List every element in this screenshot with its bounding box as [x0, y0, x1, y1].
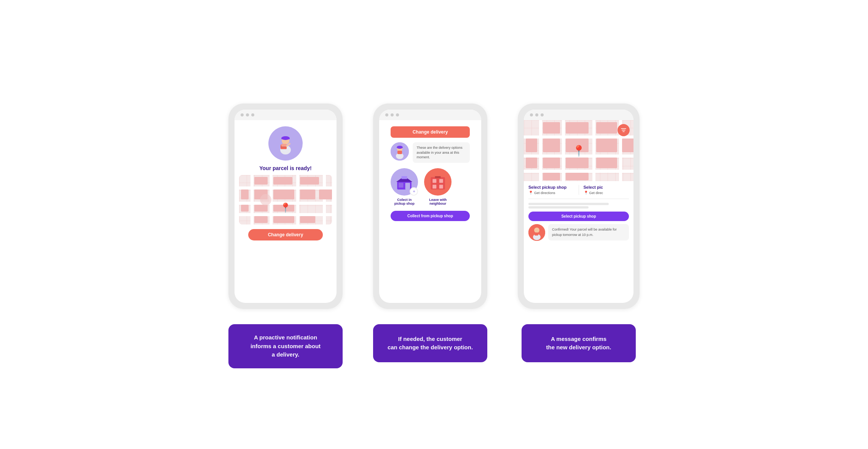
phone-section-3: 📍 Select pickup shop 📍	[518, 103, 640, 362]
phone-2-header	[379, 110, 481, 120]
shop-1-directions: 📍 Get directions	[528, 191, 574, 195]
shop-1-directions-text: Get directions	[534, 191, 555, 195]
shop-line-1	[528, 203, 609, 205]
svg-rect-15	[405, 183, 410, 190]
svg-rect-14	[399, 183, 404, 188]
shop-item-1: Select pickup shop 📍 Get directions	[528, 185, 574, 195]
collect-shop-badge: ✦	[410, 187, 418, 196]
select-pickup-shop-button[interactable]: Select pickup shop	[528, 212, 629, 221]
svg-rect-4	[281, 138, 290, 139]
collect-from-pickup-btn[interactable]: Collect from pickup shop	[391, 211, 469, 221]
phone-1-dot-2	[246, 113, 249, 116]
collect-shop-label: Colect inpickup shop	[394, 198, 415, 205]
phone-section-1: Your parcel is ready!	[228, 103, 343, 368]
phone-3-dot-3	[541, 113, 544, 116]
phone-1-dot-1	[241, 113, 244, 116]
caption-text-1: A proactive notificationinforms a custom…	[251, 333, 321, 359]
shop-line-2	[528, 206, 589, 209]
phone-1-dot-3	[251, 113, 254, 116]
caption-box-2: If needed, the customercan change the de…	[373, 324, 487, 362]
shop-divider-vertical	[579, 185, 579, 195]
phone-3-dot-1	[530, 113, 533, 116]
phone-3-header	[524, 110, 633, 120]
collect-shop-icon: ✦	[391, 168, 418, 196]
delivery-info-row: These are the delivery options available…	[391, 142, 469, 163]
svg-rect-20	[439, 179, 443, 183]
map-filter-icon	[617, 124, 630, 136]
svg-rect-12	[397, 151, 402, 154]
shop-divider-h	[528, 199, 629, 199]
confirm-row: Confirmed! Your parcel will be available…	[528, 224, 629, 241]
main-container: Your parcel is ready!	[198, 81, 670, 368]
phone-3-scroll-content: Select pickup shop 📍 Get directions Sele…	[524, 181, 633, 303]
phone-3-content: 📍 Select pickup shop 📍	[524, 120, 633, 303]
option-leave-neighbour: Leave withneighbour	[424, 168, 452, 205]
leave-neighbour-icon	[424, 168, 452, 196]
location-icon-2: 📍	[584, 191, 588, 195]
phone-1-header	[235, 110, 337, 120]
phone-2-inner: Change delivery These are the delive	[379, 110, 481, 303]
parcel-ready-text: Your parcel is ready!	[259, 165, 311, 171]
shop-2-name: Select pic	[584, 185, 629, 189]
phone-2-dot-3	[396, 113, 399, 116]
svg-rect-27	[535, 232, 538, 236]
shop-item-2: Select pic 📍 Get direc	[584, 185, 629, 195]
svg-point-11	[397, 146, 403, 149]
svg-rect-23	[435, 176, 441, 178]
svg-point-25	[534, 228, 539, 233]
phone-3-inner: 📍 Select pickup shop 📍	[524, 110, 633, 303]
shop-lines	[528, 203, 629, 209]
svg-rect-22	[439, 185, 443, 189]
shop-1-name: Select pickup shop	[528, 185, 574, 189]
option-collect-shop: ✦ Colect inpickup shop	[391, 168, 418, 205]
phone-1-inner: Your parcel is ready!	[235, 110, 337, 303]
map-pin-1: 📍	[280, 202, 291, 213]
phone-section-2: Change delivery These are the delive	[373, 103, 487, 362]
delivery-avatar-1	[268, 126, 303, 161]
caption-box-3: A message confirmsthe new delivery optio…	[522, 324, 636, 362]
phone-1-content: Your parcel is ready!	[235, 120, 337, 303]
phone-2-content: Change delivery These are the delive	[379, 120, 481, 303]
map-area-1: 📍	[239, 175, 332, 224]
confirm-avatar	[528, 224, 545, 241]
phone-2: Change delivery These are the delive	[373, 103, 487, 309]
map-pin-large: 📍	[572, 145, 586, 157]
svg-rect-17	[402, 176, 407, 179]
svg-rect-19	[433, 179, 437, 183]
shop-row: Select pickup shop 📍 Get directions Sele…	[528, 185, 629, 195]
caption-text-2: If needed, the customercan change the de…	[388, 335, 473, 352]
location-icon-1: 📍	[528, 191, 533, 195]
small-avatar-2	[391, 142, 409, 161]
shop-2-directions-text: Get direc	[589, 191, 603, 195]
phone-2-dot-1	[385, 113, 388, 116]
confirm-bubble: Confirmed! Your parcel will be available…	[548, 224, 629, 240]
phone-3: 📍 Select pickup shop 📍	[518, 103, 640, 309]
caption-box-1: A proactive notificationinforms a custom…	[228, 324, 343, 368]
phone-2-dot-2	[391, 113, 394, 116]
delivery-options: ✦ Colect inpickup shop	[391, 168, 469, 205]
change-delivery-header-button[interactable]: Change delivery	[391, 126, 469, 138]
svg-rect-6	[281, 144, 287, 147]
shop-2-directions: 📍 Get direc	[584, 191, 629, 195]
info-bubble: These are the delivery options available…	[413, 142, 469, 163]
phone-3-dot-2	[535, 113, 538, 116]
change-delivery-button-1[interactable]: Change delivery	[248, 229, 322, 240]
caption-text-3: A message confirmsthe new delivery optio…	[546, 335, 611, 352]
map-area-large: 📍	[524, 120, 633, 181]
svg-rect-21	[433, 185, 437, 189]
phone-1: Your parcel is ready!	[228, 103, 343, 309]
leave-neighbour-label: Leave withneighbour	[429, 198, 447, 205]
